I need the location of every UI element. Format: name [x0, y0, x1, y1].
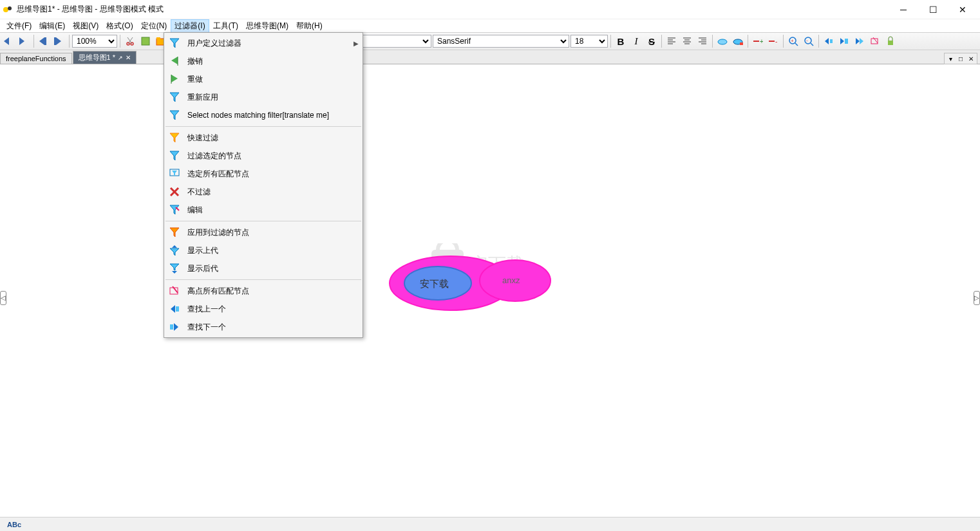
mindmap-root[interactable]: 安下载 anxz	[386, 251, 554, 317]
menu-separator	[165, 279, 361, 280]
svg-rect-84	[170, 324, 173, 330]
filter-menu-item-3-1[interactable]: 查找上一个	[164, 300, 363, 318]
node-remove-icon[interactable]: -	[766, 34, 780, 48]
menu-item-4[interactable]: 定位(N)	[137, 19, 171, 33]
strip-close-icon[interactable]: ✕	[966, 54, 975, 63]
menu-item-label: 高点所有匹配节点	[187, 286, 359, 297]
nav-back-icon[interactable]	[1, 34, 15, 48]
zoom-combo[interactable]: 100%	[72, 35, 117, 48]
filter-menu-item-3-2[interactable]: 查找下一个	[164, 318, 363, 336]
svg-rect-14	[156, 37, 160, 39]
menu-item-1[interactable]: 编辑(E)	[35, 19, 69, 33]
svg-rect-45	[845, 39, 848, 44]
menu-item-label: 显示上代	[187, 245, 359, 256]
tab-label: 思维导图1 *	[79, 53, 115, 62]
menu-item-8[interactable]: 帮助(H)	[292, 19, 326, 33]
svg-text:+: +	[791, 38, 794, 44]
menu-item-label: 不过滤	[187, 187, 359, 198]
menu-item-0[interactable]: 文件(F)	[3, 19, 35, 33]
tab-1[interactable]: 思维导图1 *↗✕	[73, 51, 137, 64]
align-left-icon[interactable]	[664, 34, 679, 48]
funnel-pencil-icon	[168, 203, 181, 216]
tab-0[interactable]: freeplaneFunctions	[0, 53, 72, 64]
menu-item-3[interactable]: 格式(O)	[102, 19, 137, 33]
svg-rect-50	[888, 41, 893, 45]
menu-item-label: 编辑	[187, 205, 359, 216]
bold-icon[interactable]: B	[614, 34, 628, 48]
lock-icon[interactable]	[883, 34, 898, 48]
filter-menu-item-1-1[interactable]: 过滤选定的节点	[164, 147, 363, 165]
submenu-arrow-icon: ▶	[353, 40, 359, 47]
menu-item-7[interactable]: 思维导图(M)	[242, 19, 292, 33]
svg-rect-12	[142, 37, 149, 45]
filter-menu-item-1-0[interactable]: 快速过滤	[164, 129, 363, 147]
tab-close-icon[interactable]: ✕	[126, 54, 131, 61]
svg-marker-76	[172, 245, 177, 248]
filter-menu-item-0-4[interactable]: Select nodes matching filter[translate m…	[164, 106, 363, 124]
filter-menu-item-1-2[interactable]: 选定所有匹配节点	[164, 165, 363, 183]
close-button[interactable]: ✕	[948, 0, 977, 19]
menu-item-2[interactable]: 视图(V)	[69, 19, 102, 33]
side-handle-right[interactable]: ▷	[974, 291, 980, 305]
fontsize-combo[interactable]: 18	[570, 35, 608, 48]
filter-next-icon[interactable]	[853, 34, 867, 48]
filter-apply-icon[interactable]	[837, 34, 851, 48]
svg-marker-81	[171, 305, 175, 313]
strikethrough-icon[interactable]: S	[645, 34, 659, 48]
svg-rect-5	[44, 37, 46, 45]
minimize-button[interactable]: ─	[889, 0, 918, 19]
funnel-blue-icon	[168, 91, 181, 104]
align-right-icon[interactable]	[695, 34, 710, 48]
funnel-down-icon	[168, 262, 181, 275]
window-title: 思维导图1* - 思维导图 - 思维导图模式 模式	[17, 4, 889, 15]
zoom-out-icon[interactable]: -	[802, 34, 816, 48]
menu-item-label: 显示后代	[187, 263, 359, 274]
svg-point-29	[718, 39, 727, 44]
filter-menu-item-3-0[interactable]: 高点所有匹配节点	[164, 282, 363, 300]
font-combo[interactable]: SansSerif	[433, 35, 569, 48]
svg-marker-69	[172, 171, 177, 176]
nav-up-icon[interactable]	[37, 34, 51, 48]
align-center-icon[interactable]	[680, 34, 694, 48]
filter-menu-item-0-1[interactable]: 撤销	[164, 52, 363, 70]
svg-marker-59	[170, 39, 179, 48]
svg-marker-46	[856, 38, 860, 44]
strip-restore-icon[interactable]: □	[956, 54, 965, 63]
filter-menu-item-0-2[interactable]: 重做	[164, 70, 363, 88]
svg-marker-4	[39, 37, 44, 45]
menu-item-label: 重做	[187, 74, 359, 85]
filter-prev-icon[interactable]	[822, 34, 836, 48]
node-add-icon[interactable]: +	[751, 34, 765, 48]
nav-forward-icon[interactable]	[17, 34, 31, 48]
nav-down-icon[interactable]	[52, 34, 66, 48]
svg-marker-62	[171, 75, 178, 82]
tab-pin-icon[interactable]: ↗	[118, 55, 123, 61]
svg-rect-82	[176, 306, 179, 312]
svg-marker-2	[4, 37, 9, 45]
filter-menu-item-1-4[interactable]: 编辑	[164, 201, 363, 219]
menu-separator	[165, 126, 361, 127]
status-abc[interactable]: ABc	[3, 520, 26, 529]
italic-icon[interactable]: I	[629, 34, 643, 48]
filter-menu-item-1-3[interactable]: 不过滤	[164, 183, 363, 201]
canvas[interactable]: ◁ ▷ 安下载 anxz.com 安下载 anxz	[0, 64, 980, 517]
filter-menu-item-2-1[interactable]: 显示上代	[164, 241, 363, 259]
cloud-icon[interactable]	[715, 34, 730, 48]
strip-menu-icon[interactable]: ▾	[946, 54, 955, 63]
zoom-in-icon[interactable]: +	[786, 34, 800, 48]
filter-menu-item-0-3[interactable]: 重新应用	[164, 88, 363, 106]
color-icon[interactable]	[138, 34, 153, 48]
menu-item-5[interactable]: 过滤器(I)	[171, 19, 209, 33]
funnel-box-icon	[168, 167, 181, 180]
side-handle-left[interactable]: ◁	[0, 291, 6, 305]
maximize-button[interactable]: ☐	[918, 0, 948, 19]
highlight-icon[interactable]	[868, 34, 882, 48]
filter-menu-item-2-2[interactable]: 显示后代	[164, 259, 363, 277]
cut-icon[interactable]	[123, 34, 137, 48]
filter-menu-item-2-0[interactable]: 应用到过滤的节点	[164, 223, 363, 241]
menu-item-label: 重新应用	[187, 92, 359, 103]
cloud-color-icon[interactable]	[731, 34, 745, 48]
filter-menu-item-0-0[interactable]: 用户定义过滤器▶	[164, 34, 363, 52]
svg-text:+: +	[760, 38, 763, 45]
menu-item-6[interactable]: 工具(T)	[209, 19, 242, 33]
